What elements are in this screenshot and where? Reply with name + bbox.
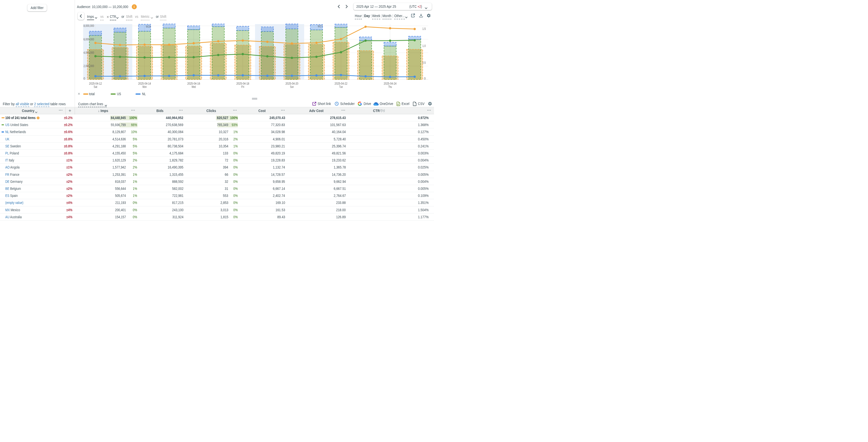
svg-text:Wed: Wed <box>192 85 196 89</box>
svg-text:2025-04-16: 2025-04-16 <box>187 82 200 86</box>
svg-text:0.5: 0.5 <box>423 61 426 65</box>
svg-text:Mon: Mon <box>143 85 147 89</box>
svg-text:1.0: 1.0 <box>423 44 426 48</box>
svg-text:2025-04-18: 2025-04-18 <box>236 82 249 86</box>
svg-text:2025-04-22: 2025-04-22 <box>335 82 347 86</box>
svg-text:0: 0 <box>84 77 85 80</box>
svg-text:Fri: Fri <box>241 85 244 89</box>
svg-text:2,000,000: 2,000,000 <box>84 64 94 68</box>
svg-text:Thu: Thu <box>388 85 392 89</box>
svg-text:Sat: Sat <box>94 85 98 89</box>
svg-text:2025-04-24: 2025-04-24 <box>384 82 397 86</box>
svg-text:6,000,000: 6,000,000 <box>84 38 94 41</box>
svg-text:4,000,000: 4,000,000 <box>84 51 94 55</box>
svg-text:0: 0 <box>424 77 426 80</box>
svg-text:Sun: Sun <box>290 85 294 89</box>
svg-text:W16: W16 <box>146 25 151 28</box>
svg-text:1.5: 1.5 <box>423 27 426 31</box>
svg-text:Tue: Tue <box>339 85 343 89</box>
svg-text:2025-04-14: 2025-04-14 <box>138 82 151 86</box>
svg-text:8,000,000: 8,000,000 <box>84 24 94 28</box>
svg-text:2025-04-12: 2025-04-12 <box>89 82 102 86</box>
svg-text:2025-04-20: 2025-04-20 <box>285 82 298 86</box>
svg-text:W17: W17 <box>318 25 323 28</box>
